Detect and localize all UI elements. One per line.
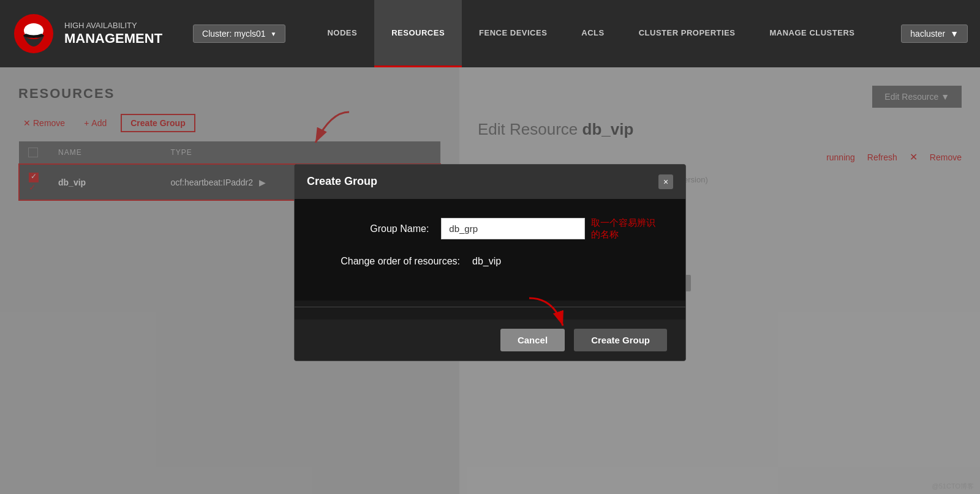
user-dropdown-arrow-icon: ▼ <box>950 29 959 39</box>
logo-area: HIGH AVAILABILITY MANAGEMENT <box>12 12 162 55</box>
group-name-annotation: 取一个容易辨识的名称 <box>591 217 661 241</box>
cluster-dropdown-arrow-icon: ▼ <box>271 31 277 37</box>
cluster-selector[interactable]: Cluster: mycls01 ▼ <box>193 24 285 43</box>
create-group-dialog: Create Group × Group Name: 取一个容易辨识的名称 Ch… <box>294 164 686 361</box>
nav-item-fence-devices[interactable]: FENCE DEVICES <box>462 0 564 67</box>
cancel-button[interactable]: Cancel <box>500 329 565 351</box>
order-resources-label: Change order of resources: <box>319 256 460 267</box>
main-content: RESOURCES ✕ Remove + Add Create Group <box>0 67 980 494</box>
dialog-title: Create Group <box>307 175 377 188</box>
nav-item-cluster-properties[interactable]: CLUSTER PROPERTIES <box>622 0 753 67</box>
header-right: hacluster ▼ <box>901 24 968 43</box>
group-name-label: Group Name: <box>319 223 429 234</box>
order-resources-row: Change order of resources: db_vip <box>319 256 661 267</box>
dialog-body: Group Name: 取一个容易辨识的名称 Change order of r… <box>295 199 685 301</box>
create-group-dialog-button[interactable]: Create Group <box>574 329 667 351</box>
group-name-input[interactable] <box>441 218 585 239</box>
watermark: @51CTO博客 <box>932 482 974 491</box>
app-title: HIGH AVAILABILITY MANAGEMENT <box>64 21 162 47</box>
nav-item-resources[interactable]: RESOURCES <box>374 0 462 67</box>
group-name-row: Group Name: 取一个容易辨识的名称 <box>319 217 661 241</box>
dialog-footer: Cancel Create Group <box>295 320 685 361</box>
dialog-overlay: Create Group × Group Name: 取一个容易辨识的名称 Ch… <box>0 67 980 494</box>
user-menu[interactable]: hacluster ▼ <box>901 24 968 43</box>
main-nav: NODES RESOURCES FENCE DEVICES ACLS CLUST… <box>310 0 872 67</box>
dialog-arrow-annotation-icon <box>523 295 572 332</box>
nav-item-acls[interactable]: ACLS <box>564 0 621 67</box>
close-icon: × <box>663 177 668 187</box>
header: HIGH AVAILABILITY MANAGEMENT Cluster: my… <box>0 0 980 67</box>
dialog-divider <box>295 307 685 307</box>
dialog-close-button[interactable]: × <box>658 174 673 189</box>
red-hat-logo-icon <box>12 12 55 55</box>
dialog-header: Create Group × <box>295 165 685 199</box>
nav-item-manage-clusters[interactable]: MANAGE CLUSTERS <box>753 0 872 67</box>
order-resources-value: db_vip <box>472 256 501 267</box>
nav-item-nodes[interactable]: NODES <box>310 0 374 67</box>
